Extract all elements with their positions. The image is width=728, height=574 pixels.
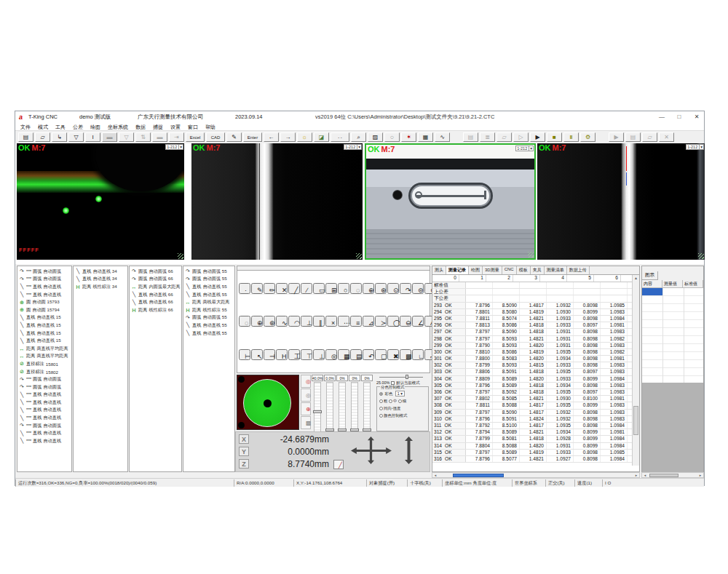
linear-dim-item[interactable]: H距离线性标注 55 xyxy=(183,306,234,314)
red-star-button[interactable]: ✶ xyxy=(401,132,416,142)
distance-item[interactable]: ↔距离内圆弧最大距离 xyxy=(130,283,181,291)
play-single-button[interactable]: ▶ xyxy=(609,132,624,142)
arc-item[interactable]: ↷圆弧自动圆弧 55 xyxy=(183,276,234,284)
move-right-button[interactable]: ⇥ xyxy=(169,132,184,142)
diameter-item[interactable]: ⊘直径标注15801 xyxy=(17,360,71,368)
measure-tool-icon[interactable]: ◌ xyxy=(350,283,362,294)
tab-list[interactable]: 测量清单 xyxy=(545,266,567,274)
tolerance-row[interactable]: 下公差 xyxy=(432,295,639,302)
stage-path-button[interactable]: ↳ xyxy=(52,132,67,142)
tab-fixture[interactable]: 夹具 xyxy=(531,266,545,274)
measurement-row[interactable]: 306OK 7.8797 8.5092 1.4818 1.0935 0.8097… xyxy=(432,389,639,396)
line-item[interactable]: ╲直线自动直线 66 xyxy=(130,291,181,299)
coaxial-light-icon[interactable]: ◎ xyxy=(301,388,311,402)
arc-item[interactable]: ↷*** 圆弧自动圆弧 xyxy=(17,276,71,284)
dither-button[interactable]: ▦ xyxy=(418,132,433,142)
resize-grip[interactable] xyxy=(356,253,362,259)
scroll-left-icon[interactable]: ◂ xyxy=(642,473,648,477)
measurement-row[interactable]: 311OK 7.8792 8.5100 1.4817 1.0935 0.8098… xyxy=(432,423,639,429)
xy-joystick[interactable] xyxy=(237,375,299,430)
selected-cell[interactable] xyxy=(642,288,662,295)
measure-tool-icon[interactable]: ✕ xyxy=(276,283,288,294)
measure-tool-icon[interactable]: ∠ xyxy=(412,316,424,327)
slider-track[interactable] xyxy=(314,382,321,433)
measure-tool-icon[interactable]: ∿ xyxy=(276,316,288,327)
tab-template[interactable]: 模板 xyxy=(517,266,531,274)
level-fine-radio[interactable] xyxy=(398,399,402,403)
measure-tool-icon[interactable]: ⊙ xyxy=(387,283,399,294)
resize-grip[interactable] xyxy=(698,253,704,259)
measurement-row[interactable]: 312OK 7.8794 8.5089 1.4821 1.0934 0.8099… xyxy=(432,429,639,436)
linear-dim-item[interactable]: H距离线性标注 34 xyxy=(74,283,127,291)
column-header[interactable]: 5 xyxy=(567,275,594,282)
scrollbar-thumb[interactable] xyxy=(649,474,678,477)
diagonal-move-button[interactable]: ╱ xyxy=(333,460,344,469)
measurement-row[interactable]: 302OK 7.8799 8.5093 1.4815 1.0933 0.8098… xyxy=(432,362,639,369)
panel-horizontal-scrollbar[interactable]: ◂ ▸ xyxy=(641,472,704,478)
save-run-button[interactable]: ▤ xyxy=(463,132,478,142)
arc-item[interactable]: ↷*** 圆弧自动圆弧 xyxy=(17,383,71,391)
measurement-row[interactable]: 310OK 7.8796 8.5091 1.4824 1.0932 0.8098… xyxy=(432,416,639,423)
tab-illustration[interactable]: 图示 xyxy=(642,271,658,280)
measure-tool-icon[interactable]: ∟ xyxy=(412,349,424,360)
curve-button[interactable]: ∿ xyxy=(435,132,450,142)
measure-tool-icon[interactable]: ✖ xyxy=(387,349,399,360)
measure-tool-icon[interactable]: 工 xyxy=(288,349,300,360)
column-header[interactable]: 3 xyxy=(513,275,540,282)
menu-item[interactable]: 绘图 xyxy=(90,124,100,130)
open-run-button[interactable]: ▱ xyxy=(496,132,512,142)
menu-item[interactable]: 工具 xyxy=(55,124,66,130)
measurement-row[interactable]: 301OK 7.8800 8.5083 1.4820 1.0934 0.8098… xyxy=(432,356,639,362)
scroll-right-icon[interactable]: ▸ xyxy=(633,473,639,477)
tolerance-row[interactable]: 上公差 xyxy=(432,289,639,295)
back-light-icon[interactable]: ⊕ xyxy=(301,402,311,415)
menu-item[interactable]: 帮助 xyxy=(205,124,215,130)
measure-tool-icon[interactable]: ✎ xyxy=(251,283,263,294)
maximize-button[interactable]: □ xyxy=(673,113,685,123)
arc-item[interactable]: ↷*** 圆弧自动圆弧 xyxy=(17,375,71,383)
menu-item[interactable]: 模式 xyxy=(38,124,48,130)
menu-item[interactable]: 数据 xyxy=(135,124,146,130)
measurement-row[interactable]: 313OK 7.8799 8.5081 1.4818 1.0928 0.8099… xyxy=(432,436,639,442)
probe-down-button[interactable]: ▽ xyxy=(119,132,134,142)
menu-item[interactable]: 捕捉 xyxy=(153,124,163,130)
scrollbar-thumb[interactable] xyxy=(453,474,504,477)
line-item[interactable]: ╲*** 直线自动直线 xyxy=(17,391,71,399)
slider-track[interactable] xyxy=(339,382,346,433)
arrow-left-button[interactable]: ← xyxy=(264,132,279,142)
arc-item[interactable]: ↷*** 圆弧自动圆弧 xyxy=(17,422,71,430)
line-item[interactable]: ╲*** 直线自动直线 xyxy=(17,437,71,445)
lens-select-dropdown[interactable]: 1-212▾ xyxy=(344,144,362,150)
light-slider[interactable]: 0% xyxy=(336,375,348,433)
cut-button[interactable]: ✕ xyxy=(659,132,674,142)
measure-tool-icon[interactable]: ↖ xyxy=(251,349,263,360)
table-vertical-scrollbar[interactable]: ▴ xyxy=(632,275,639,466)
measure-tool-icon[interactable]: ⊿ xyxy=(363,316,374,327)
slider-track[interactable] xyxy=(326,382,333,433)
play-to-end-button[interactable]: ▶ xyxy=(530,132,545,142)
column-header[interactable]: 1 xyxy=(459,275,486,282)
measurement-row[interactable]: 303OK 7.8806 8.5091 1.4818 1.0935 0.8097… xyxy=(432,369,639,375)
measure-tool-icon[interactable]: · xyxy=(239,283,250,294)
line-item[interactable]: ╲直线自动直线 34 xyxy=(74,276,127,284)
save-button[interactable]: ▤ xyxy=(18,132,33,142)
column-header[interactable]: 2 xyxy=(486,275,513,282)
measure-tool-icon[interactable]: × xyxy=(325,316,337,327)
hatch-pattern-button[interactable]: ▨ xyxy=(368,132,383,142)
level-mid-radio[interactable] xyxy=(389,399,392,403)
close-button[interactable]: ✕ xyxy=(691,113,703,123)
measure-tool-icon[interactable]: ◠ xyxy=(288,316,300,327)
lens-select-dropdown[interactable]: 1-212▾ xyxy=(165,144,183,150)
tab-upload[interactable]: 数据上传 xyxy=(567,266,590,274)
excel-export-button[interactable]: Excel xyxy=(186,132,205,142)
tab-probe[interactable]: 测头 xyxy=(432,266,446,274)
line-item[interactable]: ╲*** 直线自动直线 xyxy=(17,429,71,437)
stop-button[interactable]: ■ xyxy=(547,132,562,142)
direction-radio[interactable] xyxy=(379,407,383,410)
line-item[interactable]: ╲*** 直线自动直线 xyxy=(17,283,71,291)
line-item[interactable]: ╲*** 直线自动直线 xyxy=(17,414,71,422)
menu-item[interactable]: 窗口 xyxy=(188,124,198,130)
pause-button[interactable]: ‖ xyxy=(563,132,579,142)
slider-track[interactable] xyxy=(363,382,371,433)
measure-tool-icon[interactable]: ⊕ xyxy=(251,316,263,327)
